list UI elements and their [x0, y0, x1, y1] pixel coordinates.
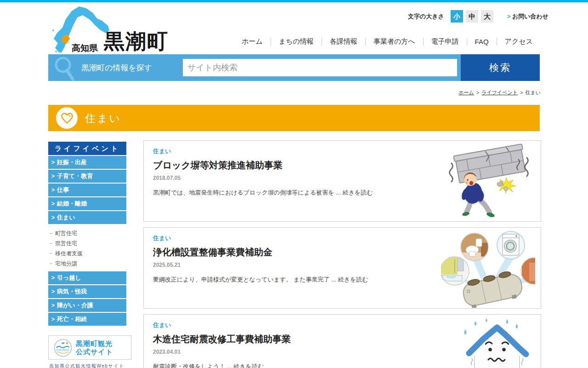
article-card-septic-tank[interactable]: 住まい 浄化槽設置整備事業費補助金 2025.05.21 要綱改正により、申請様… — [143, 227, 541, 309]
nav-item-home[interactable]: ホーム — [234, 37, 271, 46]
sidebar-subitem-label: 移住者支援 — [55, 250, 83, 257]
chevron-right-icon: > — [51, 159, 55, 166]
article-excerpt-text: 黒潮町では、地震発生時におけるブロック塀の倒壊等による被害を ... — [153, 189, 341, 196]
crying-house-illustration — [463, 317, 531, 368]
sidebar-housing-submenu: −町営住宅 −県営住宅 −移住者支援 −宅地分譲 — [49, 228, 126, 269]
page: { "brand": { "prefecture": "高知県", "town"… — [0, 0, 588, 368]
nav-item-business[interactable]: 事業者の方へ — [366, 37, 423, 46]
septic-tank-illustration — [441, 230, 535, 308]
sidebar-item-label: 障がい・介護 — [57, 302, 93, 309]
search-input[interactable] — [183, 59, 457, 76]
tourism-banner-line2: 公式サイト — [76, 348, 113, 356]
read-more-link[interactable]: 続きを読む — [338, 276, 368, 283]
search-icon — [52, 55, 78, 82]
font-size-large-button[interactable]: 大 — [481, 10, 493, 23]
breadcrumb-separator: > — [476, 90, 479, 95]
chevron-right-icon: > — [51, 214, 55, 221]
breadcrumb-current: 住まい — [525, 90, 541, 95]
banner-icon-circle — [56, 107, 78, 129]
search-button[interactable]: 検索 — [461, 54, 540, 81]
sidebar-subitem-land[interactable]: −宅地分譲 — [49, 259, 126, 269]
nav-item-departments[interactable]: 各課情報 — [322, 37, 365, 46]
sidebar-group-bottom: >引っ越し >病気・怪我 >障がい・介護 >死亡・相続 — [48, 271, 126, 326]
article-card-block-wall[interactable]: 住まい ブロック塀等対策推進補助事業 2018.07.05 黒潮町では、地震発生… — [143, 140, 541, 222]
sidebar-item-moving[interactable]: >引っ越し — [48, 271, 126, 284]
sidebar-item-illness[interactable]: >病気・怪我 — [48, 285, 126, 298]
sidebar-item-childcare[interactable]: >子育て・教育 — [48, 170, 126, 183]
chevron-right-icon: > — [51, 187, 55, 193]
heart-icon — [60, 112, 74, 125]
sidebar-item-label: 引っ越し — [57, 274, 81, 281]
chevron-right-icon: > — [51, 302, 55, 309]
article-excerpt-text: 耐震診断・改修をしよう！ ... — [153, 363, 232, 368]
dash-icon: − — [49, 230, 52, 236]
read-more-link[interactable]: 続きを読む — [233, 363, 264, 368]
nav-item-faq[interactable]: FAQ — [467, 38, 497, 46]
top-accent-strip — [0, 0, 588, 2]
sidebar-life-event-menu: ライフイベント >妊娠・出産 >子育て・教育 >仕事 >結婚・離婚 >住まい −… — [48, 142, 126, 368]
sidebar-item-label: 仕事 — [57, 186, 69, 193]
dash-icon: − — [49, 250, 52, 257]
logo-prefecture-text: 高知県 — [72, 42, 98, 54]
sidebar-item-housing[interactable]: >住まい — [48, 211, 126, 224]
logo-town-text: 黒潮町 — [104, 28, 169, 55]
tourism-site-banner[interactable]: KUROSHIO 黒潮町観光 公式サイト — [48, 335, 131, 360]
article-excerpt-text: 要綱改正により、申請様式が変更となっています。 また事業完了 ... — [153, 276, 336, 283]
sidebar-header: ライフイベント — [48, 142, 126, 155]
article-list: 住まい ブロック塀等対策推進補助事業 2018.07.05 黒潮町では、地震発生… — [143, 140, 541, 368]
font-size-small-button[interactable]: 小 — [451, 10, 463, 23]
collapsing-block-wall-illustration — [446, 144, 535, 218]
dash-icon: − — [49, 240, 52, 247]
sidebar-item-disability-care[interactable]: >障がい・介護 — [48, 299, 126, 312]
site-logo[interactable]: 高知県 黒潮町 — [51, 4, 194, 54]
breadcrumb-separator: > — [520, 90, 523, 95]
chevron-right-icon: > — [507, 13, 510, 20]
contact-link[interactable]: > お問い合わせ — [507, 12, 548, 21]
sidebar-subitem-pref-housing[interactable]: −県営住宅 — [49, 238, 126, 248]
sidebar-item-work[interactable]: >仕事 — [48, 184, 126, 196]
article-card-seismic-retrofit[interactable]: 住まい 木造住宅耐震改修工事費補助事業 2023.04.01 耐震診断・改修をし… — [143, 314, 541, 368]
read-more-link[interactable]: 続きを読む — [343, 189, 373, 196]
sidebar-item-label: 子育て・教育 — [57, 172, 93, 179]
nav-item-e-apply[interactable]: 電子申請 — [424, 37, 467, 46]
tourism-site-caption: 高知県公式観光情報Webサイト — [48, 363, 126, 368]
chevron-right-icon: > — [51, 201, 55, 207]
chevron-right-icon: > — [51, 275, 55, 281]
sidebar-item-label: 死亡・相続 — [57, 316, 87, 322]
sidebar-item-marriage[interactable]: >結婚・離婚 — [48, 197, 126, 210]
sidebar-subitem-label: 県営住宅 — [55, 240, 77, 247]
breadcrumb-home[interactable]: ホーム — [458, 90, 474, 95]
contact-link-label: お問い合わせ — [512, 12, 548, 21]
page-title: 住まい — [85, 111, 121, 126]
font-size-medium-button[interactable]: 中 — [466, 10, 478, 23]
svg-text:KUROSHIO: KUROSHIO — [57, 349, 70, 351]
chevron-right-icon: > — [51, 316, 55, 322]
tourism-site-banner-text: 黒潮町観光 公式サイト — [76, 339, 113, 356]
font-size-widget: 文字の大きさ 小 中 大 > お問い合わせ — [408, 10, 548, 23]
tourism-banner-line1: 黒潮町観光 — [76, 339, 113, 348]
nav-item-access[interactable]: アクセス — [497, 37, 541, 46]
sidebar-item-death-inheritance[interactable]: >死亡・相続 — [48, 313, 126, 326]
sidebar-item-label: 病気・怪我 — [57, 288, 87, 295]
breadcrumb: ホーム>ライフイベント>住まい — [458, 89, 541, 96]
breadcrumb-life-event[interactable]: ライフイベント — [481, 90, 518, 95]
sidebar-subitem-town-housing[interactable]: −町営住宅 — [49, 228, 126, 238]
chevron-right-icon: > — [51, 288, 55, 295]
chevron-right-icon: > — [51, 173, 55, 179]
sidebar-subitem-label: 町営住宅 — [55, 230, 77, 236]
main-navigation: ホーム まちの情報 各課情報 事業者の方へ 電子申請 FAQ アクセス — [234, 36, 541, 47]
sidebar-subitem-label: 宅地分譲 — [55, 260, 77, 267]
kuroshio-tourism-logo-icon: KUROSHIO — [54, 339, 72, 357]
search-lead-text: 黒潮町の情報を探す — [81, 63, 152, 73]
sidebar-subitem-migration[interactable]: −移住者支援 — [49, 248, 126, 259]
sidebar-item-label: 妊娠・出産 — [57, 159, 87, 166]
nav-item-town-info[interactable]: まちの情報 — [271, 37, 322, 46]
sidebar-item-label: 結婚・離婚 — [57, 200, 87, 207]
sidebar-item-pregnancy[interactable]: >妊娠・出産 — [48, 156, 126, 169]
font-size-label: 文字の大きさ — [408, 12, 444, 21]
sidebar-item-label: 住まい — [57, 214, 75, 221]
site-search-band: 黒潮町の情報を探す 検索 — [48, 54, 540, 81]
dash-icon: − — [49, 260, 52, 267]
page-title-banner: 住まい — [48, 105, 540, 131]
